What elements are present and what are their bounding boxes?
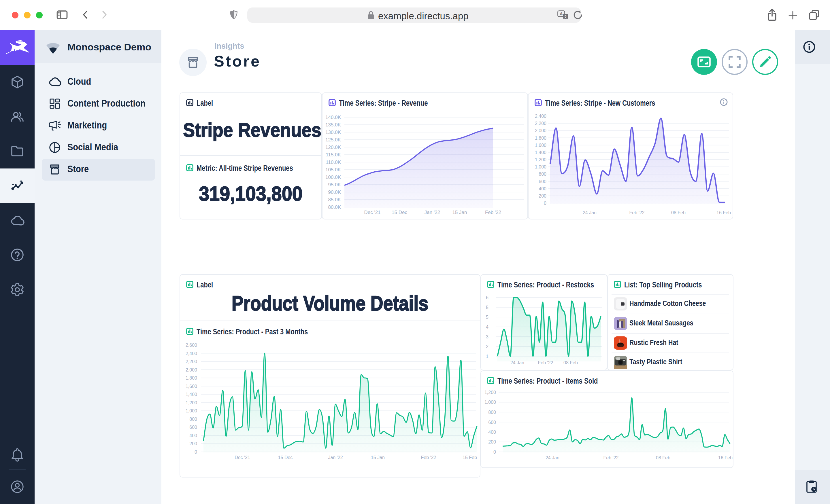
svg-text:1,800: 1,800 [535,136,546,140]
svg-text:800: 800 [189,417,197,422]
svg-text:Dec '21: Dec '21 [364,210,380,215]
svg-text:08 Feb: 08 Feb [564,360,578,365]
svg-text:Jan '22: Jan '22 [328,455,343,460]
svg-text:16 Feb: 16 Feb [718,455,733,460]
svg-text:16 Feb: 16 Feb [716,210,731,215]
svg-text:2: 2 [486,344,488,349]
svg-text:135.0K: 135.0K [325,122,341,128]
svg-text:125.0K: 125.0K [325,137,341,142]
svg-text:1,400: 1,400 [186,392,197,397]
svg-text:1,600: 1,600 [535,143,546,148]
svg-text:15 Dec: 15 Dec [392,210,407,215]
svg-text:2,400: 2,400 [535,114,546,119]
svg-text:08 Feb: 08 Feb [671,210,685,215]
svg-text:2,600: 2,600 [186,343,197,348]
svg-text:120.0K: 120.0K [325,144,341,150]
svg-text:400: 400 [539,186,546,191]
svg-text:1,200: 1,200 [535,157,546,162]
svg-text:95.0K: 95.0K [328,182,341,188]
svg-text:15 Jan: 15 Jan [371,455,385,460]
svg-text:200: 200 [539,194,546,198]
svg-text:24 Jan: 24 Jan [546,455,560,460]
svg-text:600: 600 [488,420,496,425]
svg-text:Feb '22: Feb '22 [630,210,645,215]
svg-text:200: 200 [488,439,496,444]
svg-text:1,000: 1,000 [186,408,197,413]
svg-text:800: 800 [488,410,496,415]
svg-text:2,200: 2,200 [535,121,546,126]
svg-text:1,400: 1,400 [535,150,546,155]
svg-text:4: 4 [486,325,488,330]
svg-text:1,200: 1,200 [484,390,496,395]
svg-text:140.0K: 140.0K [325,114,341,120]
svg-text:2,400: 2,400 [186,351,197,356]
svg-text:400: 400 [189,433,197,438]
svg-text:1,000: 1,000 [535,164,546,169]
svg-text:2,000: 2,000 [535,128,546,133]
svg-text:Jan '22: Jan '22 [424,210,440,215]
svg-text:110.0K: 110.0K [326,160,341,165]
svg-text:600: 600 [189,425,197,430]
svg-text:600: 600 [539,179,546,184]
svg-text:15 Dec: 15 Dec [278,455,293,460]
svg-text:100.0K: 100.0K [325,174,341,180]
svg-text:130.0K: 130.0K [325,130,341,135]
svg-text:0: 0 [195,449,197,455]
svg-text:1,800: 1,800 [186,375,197,380]
svg-text:08 Feb: 08 Feb [656,455,670,460]
svg-text:200: 200 [189,441,197,446]
svg-text:800: 800 [539,172,546,176]
svg-text:Feb '22: Feb '22 [485,210,501,215]
svg-text:115.0K: 115.0K [326,152,341,158]
svg-text:Feb '22: Feb '22 [421,455,436,460]
svg-text:A: A [560,11,563,16]
svg-text:0: 0 [493,449,496,455]
svg-text:2,000: 2,000 [186,368,197,372]
svg-text:2,200: 2,200 [186,359,197,364]
svg-text:1,000: 1,000 [484,400,496,405]
svg-text:5: 5 [486,315,488,320]
svg-text:文: 文 [564,15,568,19]
svg-text:85.0K: 85.0K [328,197,341,202]
svg-text:Feb '22: Feb '22 [604,455,619,460]
svg-text:90.0K: 90.0K [328,190,341,195]
svg-text:15 Jan: 15 Jan [452,210,467,215]
svg-text:80.0K: 80.0K [328,204,341,210]
svg-text:24 Jan: 24 Jan [583,210,597,215]
svg-text:24 Jan: 24 Jan [510,360,524,365]
svg-text:5: 5 [486,305,488,310]
svg-text:0: 0 [544,201,546,206]
svg-text:15 Feb: 15 Feb [462,455,477,460]
svg-text:105.0K: 105.0K [325,167,341,172]
svg-text:1,600: 1,600 [186,384,197,389]
svg-text:Feb '22: Feb '22 [538,360,553,365]
svg-text:Dec '21: Dec '21 [234,455,250,460]
svg-text:3: 3 [486,334,488,339]
svg-text:400: 400 [488,430,496,435]
svg-text:6: 6 [486,295,488,300]
svg-text:1: 1 [486,354,488,359]
svg-text:1,200: 1,200 [186,400,197,405]
